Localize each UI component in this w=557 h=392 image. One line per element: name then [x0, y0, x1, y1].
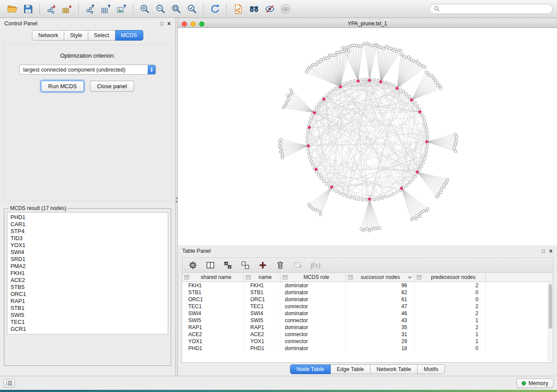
zoom-out-button[interactable]	[152, 2, 168, 16]
cell-mcds-role[interactable]: dominator	[280, 310, 346, 317]
save-session-button[interactable]	[20, 2, 36, 16]
hide-graphics-details-button[interactable]	[262, 2, 277, 16]
zoom-in-button[interactable]	[137, 2, 152, 16]
tab-edge-table[interactable]: Edge Table	[331, 364, 370, 374]
global-search-field[interactable]	[429, 4, 553, 14]
cell-name[interactable]: STB1	[244, 289, 280, 296]
optimization-criterion-select[interactable]: largest connected component (undirected)	[19, 65, 156, 75]
cell-name[interactable]: FKH1	[244, 282, 280, 289]
cell-successor-nodes[interactable]: 29	[346, 338, 415, 345]
close-table-panel-icon[interactable]: ×	[549, 248, 553, 254]
mcds-result-item[interactable]: PMA2	[10, 263, 165, 270]
cell-shared-name[interactable]: ACE2	[182, 331, 244, 338]
cell-successor-nodes[interactable]: 47	[346, 303, 415, 310]
tab-select[interactable]: Select	[88, 30, 115, 41]
cell-predecessor-nodes[interactable]: 1	[415, 317, 486, 324]
cell-successor-nodes[interactable]: 18	[346, 345, 415, 352]
minimize-window-icon[interactable]	[190, 21, 196, 27]
show-panels-button[interactable]	[3, 379, 15, 388]
mcds-result-item[interactable]: TEC1	[10, 319, 165, 326]
deselect-all-button[interactable]	[241, 261, 250, 270]
mcds-result-item[interactable]: STB1	[10, 305, 165, 312]
float-panel-icon[interactable]: □	[160, 21, 163, 26]
cell-shared-name[interactable]: STB1	[182, 289, 244, 296]
cell-successor-nodes[interactable]: 62	[346, 289, 415, 296]
cell-shared-name[interactable]: RAP1	[182, 324, 244, 331]
cell-predecessor-nodes[interactable]: 2	[415, 324, 486, 331]
cell-shared-name[interactable]: SWI4	[182, 310, 244, 317]
tab-node-table[interactable]: Node Table	[290, 364, 331, 374]
cell-successor-nodes[interactable]: 35	[346, 324, 415, 331]
mcds-result-item[interactable]: SWI4	[10, 249, 165, 256]
run-mcds-button[interactable]: Run MCDS	[41, 81, 84, 92]
cell-name[interactable]: YOX1	[244, 338, 280, 345]
mcds-result-item[interactable]: GCR1	[10, 326, 165, 333]
cell-predecessor-nodes[interactable]: 2	[415, 282, 486, 289]
cell-predecessor-nodes[interactable]: 1	[415, 338, 486, 345]
cell-mcds-role[interactable]: connector	[280, 303, 346, 310]
table-row[interactable]: FKH1 FKH1 dominator 96 2	[182, 282, 553, 289]
mcds-result-item[interactable]: TID3	[10, 235, 165, 242]
cell-predecessor-nodes[interactable]: 0	[415, 345, 486, 352]
cell-predecessor-nodes[interactable]: 2	[415, 303, 486, 310]
tab-mcds[interactable]: MCDS	[115, 30, 143, 41]
close-panel-icon[interactable]: ×	[167, 21, 171, 26]
table-row[interactable]: TEC1 TEC1 connector 47 2	[182, 303, 553, 310]
mcds-result-item[interactable]: RAP1	[10, 298, 165, 305]
network-report-button[interactable]	[230, 2, 246, 16]
export-image-button[interactable]	[114, 2, 129, 16]
column-header-name[interactable]: name	[244, 273, 280, 282]
open-file-button[interactable]	[4, 2, 20, 16]
table-row[interactable]: RAP1 RAP1 dominator 35 2	[182, 324, 553, 331]
cell-successor-nodes[interactable]: 61	[346, 296, 415, 303]
close-window-icon[interactable]	[182, 21, 187, 27]
export-table-button[interactable]	[98, 2, 114, 16]
cell-mcds-role[interactable]: connector	[280, 317, 346, 324]
mcds-result-item[interactable]: SWI5	[10, 312, 165, 319]
table-row[interactable]: SWI4 SWI4 dominator 46 2	[182, 310, 553, 317]
zoom-fit-button[interactable]	[168, 2, 184, 16]
cell-mcds-role[interactable]: dominator	[280, 324, 346, 331]
table-row[interactable]: STB1 STB1 dominator 62 0	[182, 289, 553, 296]
float-table-panel-icon[interactable]: □	[542, 248, 545, 254]
cell-shared-name[interactable]: YOX1	[182, 338, 244, 345]
cell-predecessor-nodes[interactable]: 0	[415, 296, 486, 303]
cell-shared-name[interactable]: TEC1	[182, 303, 244, 310]
cell-name[interactable]: TEC1	[244, 303, 280, 310]
network-window-titlebar[interactable]: YPA_prune.txt_1	[178, 20, 557, 28]
select-all-button[interactable]	[223, 261, 232, 270]
mcds-result-item[interactable]: CAR1	[10, 221, 165, 228]
search-network-button[interactable]	[246, 2, 262, 16]
cell-name[interactable]: PHD1	[244, 345, 280, 352]
mcds-result-item[interactable]: STP4	[10, 228, 165, 235]
cell-mcds-role[interactable]: connector	[280, 331, 346, 338]
tab-motifs[interactable]: Motifs	[418, 364, 445, 374]
cell-name[interactable]: SWI4	[244, 310, 280, 317]
show-columns-button[interactable]	[206, 261, 215, 270]
zoom-selected-button[interactable]	[184, 2, 200, 16]
mcds-result-item[interactable]: ACE2	[10, 277, 165, 284]
import-network-button[interactable]	[43, 2, 59, 16]
mcds-result-list[interactable]: PHD1 CAR1 STP4 TID3 YOX1 SWI4 SRD1 PMA2 …	[7, 212, 168, 334]
export-network-button[interactable]	[82, 2, 98, 16]
cell-predecessor-nodes[interactable]: 1	[415, 331, 486, 338]
cell-mcds-role[interactable]: connector	[280, 338, 346, 345]
cell-name[interactable]: ACE2	[244, 331, 280, 338]
mcds-result-item[interactable]: STB5	[10, 284, 165, 291]
table-row[interactable]: SWI5 SWI5 connector 43 1	[182, 317, 553, 324]
column-header-successor-nodes[interactable]: successor nodes	[346, 273, 415, 282]
cell-shared-name[interactable]: ORC1	[182, 296, 244, 303]
table-row[interactable]: PHD1 PHD1 dominator 18 0	[182, 345, 553, 352]
tab-network-table[interactable]: Network Table	[370, 364, 418, 374]
network-graph[interactable]	[178, 28, 557, 245]
column-header-predecessor-nodes[interactable]: predecessor nodes	[415, 273, 486, 282]
cell-mcds-role[interactable]: dominator	[280, 289, 346, 296]
show-graphics-details-button[interactable]	[277, 2, 293, 16]
cell-shared-name[interactable]: PHD1	[182, 345, 244, 352]
table-settings-button[interactable]	[188, 261, 197, 270]
table-scrollbar[interactable]	[548, 282, 552, 362]
table-row[interactable]: ACE2 ACE2 connector 31 1	[182, 331, 553, 338]
close-panel-button[interactable]: Close panel	[90, 81, 134, 92]
cell-mcds-role[interactable]: dominator	[280, 282, 346, 289]
mcds-result-item[interactable]: ORC1	[10, 291, 165, 298]
